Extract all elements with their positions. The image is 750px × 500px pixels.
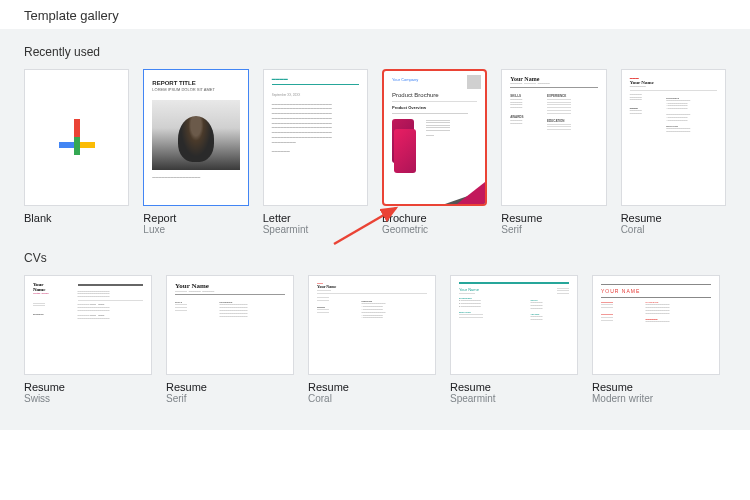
report-title: REPORT TITLE — [152, 80, 239, 86]
template-resume-serif[interactable]: Your Name ▬▬▬▬▬▬ · ▬▬▬▬▬▬ · ▬▬▬▬▬▬ SKILL… — [501, 69, 606, 235]
template-resume-serif-cv[interactable]: Your Name ▬▬▬▬▬▬ · ▬▬▬▬▬▬ · ▬▬▬▬▬▬ SKILL… — [166, 275, 294, 404]
template-sub: Coral — [621, 224, 726, 235]
thumb-resume-swiss: YourName Position Manager ▬▬▬▬▬▬▬▬▬▬▬▬ E… — [24, 275, 152, 375]
thumb-blank — [24, 69, 129, 206]
template-name: Resume — [308, 381, 436, 393]
template-sub: Spearmint — [263, 224, 368, 235]
template-sub: Luxe — [143, 224, 248, 235]
template-sub: Geometric — [382, 224, 487, 235]
row-recently-used: Blank REPORT TITLE LOREM IPSUM DOLOR SIT… — [24, 69, 726, 235]
template-report[interactable]: REPORT TITLE LOREM IPSUM DOLOR SIT AMET … — [143, 69, 248, 235]
thumb-letter: ▬▬▬▬ September XX, 20XX ▬▬▬▬▬▬▬▬▬▬▬▬▬▬▬▬… — [263, 69, 368, 206]
gallery-content: Recently used Blank REPORT TITLE LOREM I… — [0, 29, 750, 430]
row-cvs: YourName Position Manager ▬▬▬▬▬▬▬▬▬▬▬▬ E… — [24, 275, 726, 404]
report-subtitle: LOREM IPSUM DOLOR SIT AMET — [152, 87, 239, 92]
template-sub: Serif — [166, 393, 294, 404]
template-sub: Swiss — [24, 393, 152, 404]
thumb-resume-serif: Your Name ▬▬▬▬▬▬ · ▬▬▬▬▬▬ · ▬▬▬▬▬▬ SKILL… — [501, 69, 606, 206]
thumb-resume-serif-cv: Your Name ▬▬▬▬▬▬ · ▬▬▬▬▬▬ · ▬▬▬▬▬▬ SKILL… — [166, 275, 294, 375]
template-sub: Modern writer — [592, 393, 720, 404]
template-sub: Serif — [501, 224, 606, 235]
template-resume-coral-cv[interactable]: ▬▬▬ Your Name ▬▬▬▬▬▬▬ ▬▬▬▬▬▬▬▬▬▬▬▬ ▬▬▬▬ … — [308, 275, 436, 404]
template-letter[interactable]: ▬▬▬▬ September XX, 20XX ▬▬▬▬▬▬▬▬▬▬▬▬▬▬▬▬… — [263, 69, 368, 235]
template-name: Resume — [450, 381, 578, 393]
template-name: Resume — [592, 381, 720, 393]
template-name: Blank — [24, 212, 129, 224]
thumb-resume-coral: ▬▬▬ Your Name ▬▬▬▬▬▬▬▬ ▬▬▬▬▬▬▬▬▬▬▬▬▬▬▬▬▬… — [621, 69, 726, 206]
page-title: Template gallery — [0, 0, 750, 29]
template-resume-swiss[interactable]: YourName Position Manager ▬▬▬▬▬▬▬▬▬▬▬▬ E… — [24, 275, 152, 404]
thumb-resume-coral-cv: ▬▬▬ Your Name ▬▬▬▬▬▬▬ ▬▬▬▬▬▬▬▬▬▬▬▬ ▬▬▬▬ … — [308, 275, 436, 375]
template-name: Resume — [24, 381, 152, 393]
template-resume-modern-cv[interactable]: YOUR NAME ▬▬▬▬▬▬ ▬▬▬▬▬▬▬▬▬▬▬▬ ▬▬▬▬▬▬ ▬▬▬… — [592, 275, 720, 404]
template-resume-spearmint-cv[interactable]: Your Name ▬▬▬▬▬▬▬▬ EXPERIENCE ■ ▬▬▬▬▬▬▬▬… — [450, 275, 578, 404]
brochure-title: Product Brochure — [392, 92, 477, 98]
template-brochure[interactable]: Your Company Product Brochure Product Ov… — [382, 69, 487, 235]
template-name: Brochure — [382, 212, 487, 224]
template-blank[interactable]: Blank — [24, 69, 129, 235]
template-name: Report — [143, 212, 248, 224]
template-resume-coral[interactable]: ▬▬▬ Your Name ▬▬▬▬▬▬▬▬ ▬▬▬▬▬▬▬▬▬▬▬▬▬▬▬▬▬… — [621, 69, 726, 235]
template-sub: Spearmint — [450, 393, 578, 404]
thumb-resume-spearmint-cv: Your Name ▬▬▬▬▬▬▬▬ EXPERIENCE ■ ▬▬▬▬▬▬▬▬… — [450, 275, 578, 375]
section-recently-used: Recently used — [24, 45, 726, 59]
resume-name: Your Name — [175, 282, 285, 290]
template-name: Resume — [166, 381, 294, 393]
brochure-sub: Product Overview — [392, 105, 477, 110]
plus-icon — [59, 119, 95, 155]
thumb-report: REPORT TITLE LOREM IPSUM DOLOR SIT AMET … — [143, 69, 248, 206]
template-name: Resume — [621, 212, 726, 224]
template-name: Resume — [501, 212, 606, 224]
template-sub: Coral — [308, 393, 436, 404]
template-name: Letter — [263, 212, 368, 224]
section-cvs: CVs — [24, 251, 726, 265]
thumb-brochure: Your Company Product Brochure Product Ov… — [382, 69, 487, 206]
resume-name: YOUR NAME — [601, 288, 711, 294]
thumb-resume-modern-cv: YOUR NAME ▬▬▬▬▬▬ ▬▬▬▬▬▬▬▬▬▬▬▬ ▬▬▬▬▬▬ ▬▬▬… — [592, 275, 720, 375]
